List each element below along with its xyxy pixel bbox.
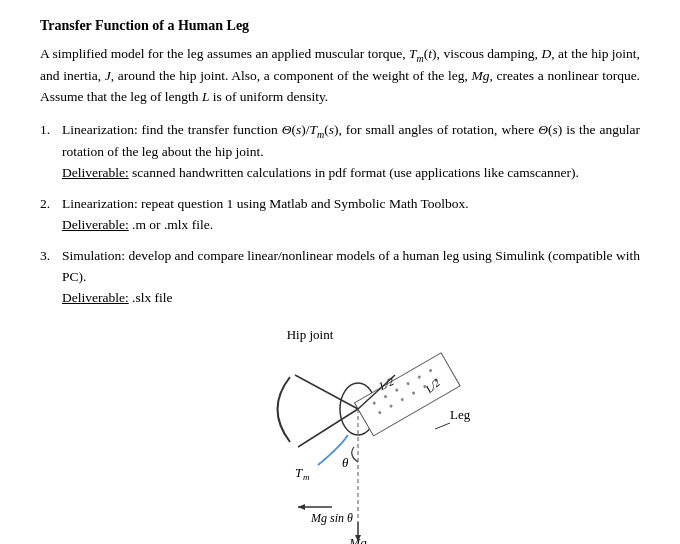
page-content: Transfer Function of a Human Leg A simpl… — [40, 18, 640, 544]
problem-number-2: 2. — [40, 194, 62, 215]
svg-marker-29 — [298, 504, 305, 510]
svg-text:θ: θ — [342, 455, 349, 470]
problem-content-3: Simulation: develop and compare linear/n… — [62, 246, 640, 309]
deliverable-label-1: Deliverable: — [62, 165, 129, 180]
diagram-container: Hip joint — [40, 327, 640, 544]
problem-number-3: 3. — [40, 246, 62, 267]
svg-line-26 — [435, 423, 450, 429]
diagram-svg: L/2 L/2 θ T m — [180, 347, 500, 544]
page-title: Transfer Function of a Human Leg — [40, 18, 640, 34]
handwritten-text: handwritten — [179, 165, 243, 180]
svg-text:T: T — [295, 465, 303, 480]
svg-rect-1 — [355, 353, 461, 436]
problem-item-1: 1. Linearization: find the transfer func… — [40, 120, 640, 184]
problem-item-3: 3. Simulation: develop and compare linea… — [40, 246, 640, 309]
problem-content-1: Linearization: find the transfer functio… — [62, 120, 640, 184]
deliverable-label-3: Deliverable: — [62, 290, 129, 305]
deliverable-label-2: Deliverable: — [62, 217, 129, 232]
intro-paragraph: A simplified model for the leg assumes a… — [40, 44, 640, 108]
svg-text:Leg: Leg — [450, 407, 471, 422]
problem-item-2: 2. Linearization: repeat question 1 usin… — [40, 194, 640, 236]
problem-number-1: 1. — [40, 120, 62, 141]
problem-list: 1. Linearization: find the transfer func… — [40, 120, 640, 309]
hip-joint-label: Hip joint — [287, 327, 334, 343]
svg-text:m: m — [303, 472, 310, 482]
problem-content-2: Linearization: repeat question 1 using M… — [62, 194, 640, 236]
svg-text:Mg sin θ: Mg sin θ — [310, 511, 353, 525]
